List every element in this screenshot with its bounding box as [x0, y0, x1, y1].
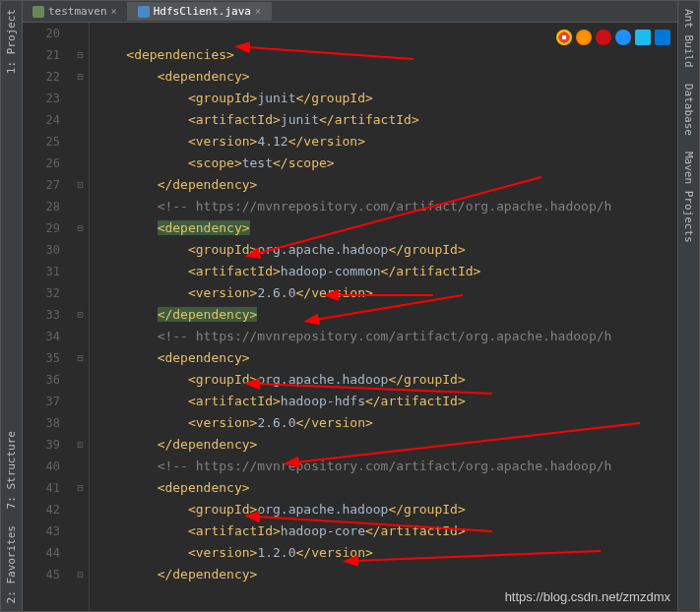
firefox-icon[interactable]	[576, 30, 592, 45]
code-content[interactable]: <dependencies> <dependency> <groupId>jun…	[90, 23, 677, 611]
java-icon	[138, 6, 150, 18]
browser-icons-toolbar	[556, 30, 670, 45]
tab-testmaven[interactable]: testmaven ×	[23, 2, 128, 21]
tab-hdfsclient[interactable]: HdfsClient.java ×	[128, 2, 272, 21]
opera-icon[interactable]	[596, 30, 611, 45]
right-tool-sidebar: Ant Build Database Maven Projects	[677, 1, 699, 611]
sidebar-database[interactable]: Database	[680, 76, 697, 144]
line-number-gutter: 2021222324252627282930313233343536373839…	[23, 23, 72, 611]
tab-label: HdfsClient.java	[154, 5, 251, 18]
tab-label: testmaven	[48, 5, 107, 18]
edge-icon[interactable]	[655, 30, 670, 45]
left-tool-sidebar: 1: Project 7: Structure 2: Favorites	[1, 1, 23, 611]
safari-icon[interactable]	[615, 30, 631, 45]
fold-gutter: ⊟⊟⊡⊟⊡⊟⊡⊟⊡	[72, 23, 90, 611]
sidebar-structure[interactable]: 7: Structure	[3, 423, 20, 517]
sidebar-favorites[interactable]: 2: Favorites	[3, 518, 20, 611]
sidebar-maven[interactable]: Maven Projects	[680, 144, 697, 251]
maven-icon	[32, 6, 44, 18]
code-editor[interactable]: 2021222324252627282930313233343536373839…	[23, 23, 677, 611]
ie-icon[interactable]	[635, 30, 651, 45]
editor-tab-bar: testmaven × HdfsClient.java ×	[23, 1, 677, 23]
chrome-icon[interactable]	[556, 30, 572, 45]
main-editor-area: testmaven × HdfsClient.java × 2021222324…	[23, 1, 677, 611]
sidebar-project[interactable]: 1: Project	[3, 1, 20, 82]
sidebar-ant[interactable]: Ant Build	[680, 1, 697, 76]
close-icon[interactable]: ×	[111, 6, 117, 17]
close-icon[interactable]: ×	[255, 6, 261, 17]
watermark-text: https://blog.csdn.net/zmzdmx	[505, 589, 670, 604]
ide-frame: 1: Project 7: Structure 2: Favorites tes…	[0, 0, 700, 612]
